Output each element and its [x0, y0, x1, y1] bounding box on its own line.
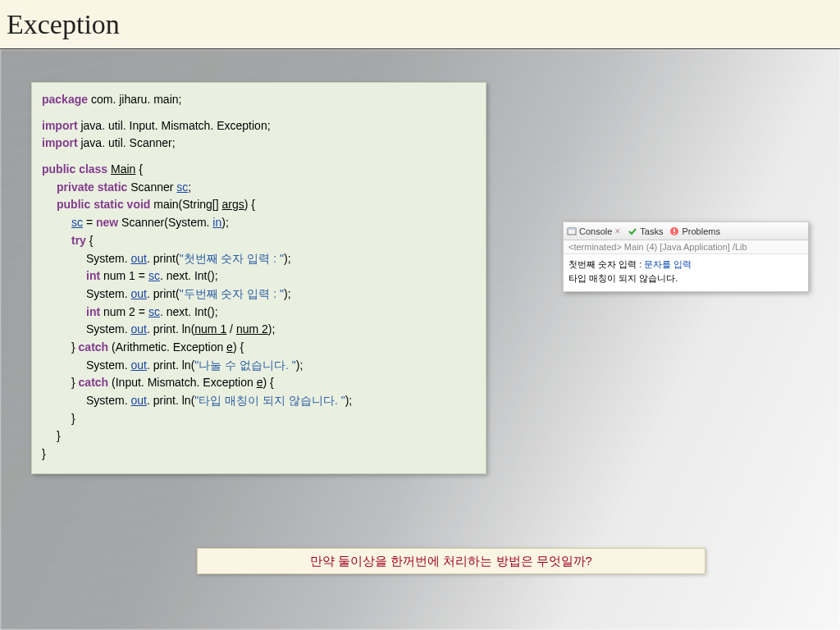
tab-problems[interactable]: Problems — [669, 226, 719, 236]
console-line: 타입 매칭이 되지 않습니다. — [568, 272, 803, 285]
console-icon — [567, 226, 577, 236]
code-line: try { — [42, 232, 476, 250]
svg-rect-4 — [674, 233, 676, 235]
code-line: import java. util. Scanner; — [42, 135, 476, 153]
page-title: Exception — [7, 9, 120, 40]
code-line: } catch (Arithmetic. Exception e) { — [42, 339, 476, 357]
code-line: public static void main(String[] args) { — [42, 196, 476, 214]
console-output: 첫번째 숫자 입력 : 문자를 입력 타입 매칭이 되지 않습니다. — [564, 254, 808, 291]
tab-console[interactable]: Console ✕ — [567, 226, 621, 236]
code-line: } — [42, 410, 476, 428]
slide-title-bar: Exception — [0, 0, 840, 49]
console-tabstrip: Console ✕ Tasks Problems — [564, 222, 808, 240]
code-line: package com. jiharu. main; — [42, 91, 476, 109]
close-tab-icon[interactable]: ✕ — [614, 227, 621, 235]
code-line: } — [42, 445, 476, 463]
code-line: System. out. print. ln(num 1 / num 2); — [42, 321, 476, 339]
code-line: import java. util. Input. Mismatch. Exce… — [42, 117, 476, 135]
svg-rect-1 — [568, 228, 576, 230]
eclipse-console-panel: Console ✕ Tasks Problems <terminated> Ma… — [563, 221, 809, 292]
code-line: int num 1 = sc. next. Int(); — [42, 267, 476, 285]
console-line: 첫번째 숫자 입력 : 문자를 입력 — [568, 258, 803, 272]
code-line: System. out. print("첫번째 숫자 입력 : "); — [42, 250, 476, 268]
tasks-icon — [628, 226, 637, 236]
tab-tasks[interactable]: Tasks — [628, 226, 663, 236]
code-line: sc = new Scanner(System. in); — [42, 214, 476, 232]
console-run-header: <terminated> Main (4) [Java Application]… — [564, 240, 808, 254]
code-line: } — [42, 427, 476, 445]
svg-rect-3 — [674, 229, 676, 232]
code-line: } catch (Input. Mismatch. Exception e) { — [42, 374, 476, 392]
code-line: int num 2 = sc. next. Int(); — [42, 304, 476, 322]
code-line: private static Scanner sc; — [42, 179, 476, 197]
slide-content-overlay: package com. jiharu. main; import java. … — [0, 49, 840, 630]
problems-icon — [669, 226, 679, 236]
code-line: System. out. print. ln("나눌 수 없습니다. "); — [42, 357, 476, 375]
question-callout: 만약 둘이상을 한꺼번에 처리하는 방법은 무엇일까? — [197, 548, 705, 574]
question-text: 만약 둘이상을 한꺼번에 처리하는 방법은 무엇일까? — [310, 554, 591, 569]
code-line: System. out. print("두번째 숫자 입력 : "); — [42, 285, 476, 304]
java-code-block: package com. jiharu. main; import java. … — [31, 82, 486, 474]
code-line: public class Main { — [42, 161, 476, 179]
code-line: System. out. print. ln("타입 매칭이 되지 않습니다. … — [42, 392, 476, 410]
